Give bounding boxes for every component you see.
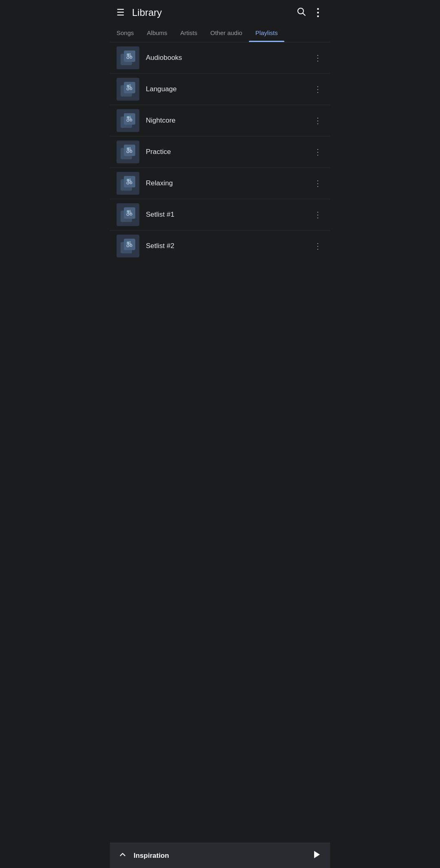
- playlist-name: Nightcore: [146, 116, 312, 125]
- page-title: Library: [132, 7, 296, 18]
- playlist-thumbnail: [117, 78, 139, 101]
- playlist-more-options[interactable]: ⋮: [312, 239, 323, 253]
- more-options-icon[interactable]: ⋮: [312, 9, 323, 17]
- playlist-thumbnail: [117, 172, 139, 195]
- music-stack-icon: [121, 239, 135, 253]
- svg-point-21: [127, 245, 129, 247]
- playlist-thumbnail: [117, 46, 139, 69]
- playlist-thumbnail: [117, 109, 139, 132]
- list-item[interactable]: Relaxing ⋮: [110, 168, 330, 199]
- svg-line-1: [303, 13, 306, 16]
- svg-point-3: [127, 57, 129, 59]
- music-stack-icon: [121, 145, 135, 159]
- header-actions: ⋮: [296, 7, 323, 19]
- playlist-name: Practice: [146, 148, 312, 156]
- tab-other-audio[interactable]: Other audio: [204, 24, 249, 42]
- tab-albums[interactable]: Albums: [141, 24, 174, 42]
- list-item[interactable]: Practice ⋮: [110, 136, 330, 168]
- svg-point-9: [127, 119, 129, 121]
- svg-point-12: [127, 151, 129, 153]
- playlist-more-options[interactable]: ⋮: [312, 176, 323, 191]
- playlist-thumbnail: [117, 203, 139, 226]
- svg-point-15: [127, 182, 129, 184]
- tab-playlists[interactable]: Playlists: [249, 24, 284, 42]
- list-item[interactable]: Audiobooks ⋮: [110, 42, 330, 74]
- list-item[interactable]: Language ⋮: [110, 74, 330, 105]
- playlist-name: Setlist #1: [146, 211, 312, 219]
- music-stack-icon: [121, 207, 135, 222]
- menu-icon[interactable]: ☰: [117, 8, 125, 17]
- playlist-name: Relaxing: [146, 179, 312, 187]
- search-icon[interactable]: [296, 7, 306, 19]
- playlist-thumbnail: [117, 141, 139, 163]
- tabs-bar: Songs Albums Artists Other audio Playlis…: [110, 24, 330, 42]
- music-stack-icon: [121, 176, 135, 191]
- playlist-name: Language: [146, 85, 312, 93]
- app-header: ☰ Library ⋮: [110, 0, 330, 24]
- playlist-name: Setlist #2: [146, 242, 312, 250]
- list-item[interactable]: Nightcore ⋮: [110, 105, 330, 136]
- tab-songs[interactable]: Songs: [110, 24, 141, 42]
- playlist-more-options[interactable]: ⋮: [312, 145, 323, 159]
- playlist-more-options[interactable]: ⋮: [312, 113, 323, 128]
- playlist-more-options[interactable]: ⋮: [312, 51, 323, 65]
- list-item[interactable]: Setlist #2 ⋮: [110, 231, 330, 261]
- music-stack-icon: [121, 113, 135, 128]
- svg-point-18: [127, 213, 129, 215]
- list-item[interactable]: Setlist #1 ⋮: [110, 199, 330, 231]
- music-stack-icon: [121, 51, 135, 65]
- playlist-more-options[interactable]: ⋮: [312, 207, 323, 222]
- playlist-more-options[interactable]: ⋮: [312, 82, 323, 97]
- playlist-name: Audiobooks: [146, 54, 312, 62]
- playlist-thumbnail: [117, 235, 139, 257]
- playlist-list: Audiobooks ⋮ Lang: [110, 42, 330, 261]
- svg-point-6: [127, 88, 129, 90]
- tab-artists[interactable]: Artists: [174, 24, 204, 42]
- music-stack-icon: [121, 82, 135, 97]
